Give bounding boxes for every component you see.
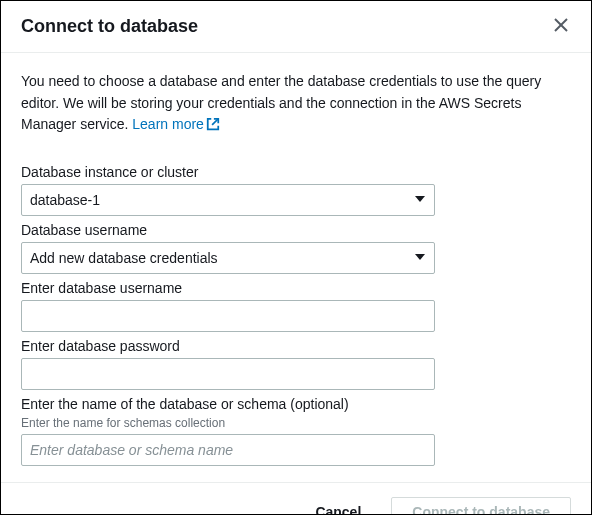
- dbname-hint: Enter the name for schemas collection: [21, 416, 571, 430]
- password-input[interactable]: [21, 358, 435, 390]
- modal-title: Connect to database: [21, 16, 198, 37]
- dbname-group: Enter the name of the database or schema…: [21, 396, 571, 466]
- caret-down-icon: [414, 250, 426, 266]
- username-select-label: Database username: [21, 222, 571, 238]
- username-input-group: Enter database username: [21, 280, 571, 332]
- close-icon: [553, 17, 569, 36]
- svg-marker-3: [415, 254, 425, 260]
- username-select-value: Add new database credentials: [30, 250, 218, 266]
- dbname-label: Enter the name of the database or schema…: [21, 396, 571, 412]
- dbname-input[interactable]: [21, 434, 435, 466]
- description-text: You need to choose a database and enter …: [21, 71, 571, 138]
- connect-button[interactable]: Connect to database: [391, 497, 571, 515]
- cancel-button[interactable]: Cancel: [295, 497, 381, 515]
- password-group: Enter database password: [21, 338, 571, 390]
- username-select-group: Database username Add new database crede…: [21, 222, 571, 274]
- learn-more-text: Learn more: [132, 116, 204, 132]
- instance-label: Database instance or cluster: [21, 164, 571, 180]
- password-label: Enter database password: [21, 338, 571, 354]
- caret-down-icon: [414, 192, 426, 208]
- modal-footer: Cancel Connect to database: [1, 482, 591, 515]
- modal-header: Connect to database: [1, 1, 591, 53]
- svg-marker-2: [415, 196, 425, 202]
- modal-body: You need to choose a database and enter …: [1, 53, 591, 482]
- username-input[interactable]: [21, 300, 435, 332]
- learn-more-link[interactable]: Learn more: [132, 116, 220, 132]
- instance-value: database-1: [30, 192, 100, 208]
- instance-group: Database instance or cluster database-1: [21, 164, 571, 216]
- username-input-label: Enter database username: [21, 280, 571, 296]
- close-button[interactable]: [551, 15, 571, 38]
- instance-select[interactable]: database-1: [21, 184, 435, 216]
- description-content: You need to choose a database and enter …: [21, 73, 541, 132]
- username-select[interactable]: Add new database credentials: [21, 242, 435, 274]
- external-link-icon: [206, 116, 220, 138]
